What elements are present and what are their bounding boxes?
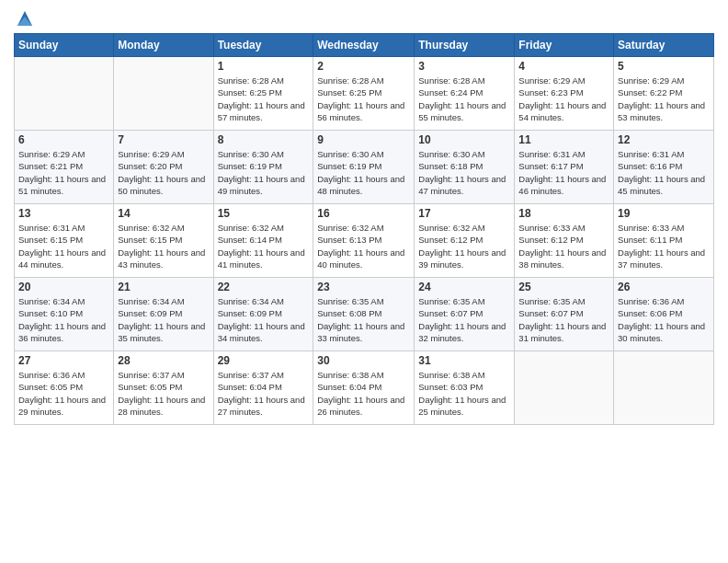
day-number: 20 [18, 281, 109, 293]
calendar-cell: 15Sunrise: 6:32 AMSunset: 6:14 PMDayligh… [213, 204, 313, 278]
calendar-header-friday: Friday [515, 34, 614, 57]
day-number: 30 [317, 354, 410, 367]
calendar-cell: 19Sunrise: 6:33 AMSunset: 6:11 PMDayligh… [614, 204, 714, 278]
calendar-week-4: 20Sunrise: 6:34 AMSunset: 6:10 PMDayligh… [15, 278, 714, 351]
day-info: Sunrise: 6:28 AMSunset: 6:24 PMDaylight:… [418, 75, 510, 123]
calendar-cell: 5Sunrise: 6:29 AMSunset: 6:22 PMDaylight… [614, 57, 714, 131]
day-info: Sunrise: 6:35 AMSunset: 6:08 PMDaylight:… [317, 295, 410, 344]
day-number: 14 [118, 207, 209, 220]
day-info: Sunrise: 6:28 AMSunset: 6:25 PMDaylight:… [317, 75, 410, 123]
day-info: Sunrise: 6:35 AMSunset: 6:07 PMDaylight:… [418, 295, 510, 344]
calendar-cell: 21Sunrise: 6:34 AMSunset: 6:09 PMDayligh… [114, 278, 213, 351]
calendar-header-sunday: Sunday [15, 34, 114, 57]
calendar-cell: 26Sunrise: 6:36 AMSunset: 6:06 PMDayligh… [614, 278, 714, 351]
day-number: 18 [518, 207, 609, 220]
calendar-week-2: 6Sunrise: 6:29 AMSunset: 6:21 PMDaylight… [15, 131, 714, 204]
calendar-cell: 28Sunrise: 6:37 AMSunset: 6:05 PMDayligh… [114, 351, 213, 425]
day-info: Sunrise: 6:35 AMSunset: 6:07 PMDaylight:… [518, 295, 609, 344]
logo [14, 9, 34, 28]
day-info: Sunrise: 6:31 AMSunset: 6:17 PMDaylight:… [518, 148, 609, 197]
calendar-cell: 1Sunrise: 6:28 AMSunset: 6:25 PMDaylight… [213, 57, 313, 131]
day-info: Sunrise: 6:31 AMSunset: 6:16 PMDaylight:… [618, 148, 710, 197]
calendar-cell: 2Sunrise: 6:28 AMSunset: 6:25 PMDaylight… [313, 57, 415, 131]
calendar-cell [515, 351, 614, 425]
calendar-cell: 27Sunrise: 6:36 AMSunset: 6:05 PMDayligh… [15, 351, 114, 425]
header [14, 9, 714, 28]
calendar-cell: 16Sunrise: 6:32 AMSunset: 6:13 PMDayligh… [313, 204, 415, 278]
page: SundayMondayTuesdayWednesdayThursdayFrid… [0, 0, 728, 563]
day-info: Sunrise: 6:37 AMSunset: 6:05 PMDaylight:… [118, 369, 209, 418]
day-info: Sunrise: 6:32 AMSunset: 6:14 PMDaylight:… [218, 222, 310, 270]
day-number: 17 [418, 207, 510, 220]
day-number: 15 [218, 207, 310, 220]
calendar-cell: 25Sunrise: 6:35 AMSunset: 6:07 PMDayligh… [515, 278, 614, 351]
calendar-cell: 6Sunrise: 6:29 AMSunset: 6:21 PMDaylight… [15, 131, 114, 204]
calendar-cell: 12Sunrise: 6:31 AMSunset: 6:16 PMDayligh… [614, 131, 714, 204]
day-number: 27 [18, 354, 109, 367]
day-info: Sunrise: 6:30 AMSunset: 6:19 PMDaylight:… [218, 148, 310, 197]
day-number: 24 [418, 281, 510, 293]
calendar-cell: 7Sunrise: 6:29 AMSunset: 6:20 PMDaylight… [114, 131, 213, 204]
day-number: 3 [418, 60, 510, 73]
day-number: 1 [218, 60, 310, 73]
day-info: Sunrise: 6:31 AMSunset: 6:15 PMDaylight:… [18, 222, 109, 270]
calendar-header-saturday: Saturday [614, 34, 714, 57]
calendar-header-monday: Monday [114, 34, 213, 57]
calendar-cell: 29Sunrise: 6:37 AMSunset: 6:04 PMDayligh… [213, 351, 313, 425]
svg-marker-1 [17, 17, 32, 26]
day-number: 4 [518, 60, 609, 73]
calendar-cell: 11Sunrise: 6:31 AMSunset: 6:17 PMDayligh… [515, 131, 614, 204]
calendar-cell: 18Sunrise: 6:33 AMSunset: 6:12 PMDayligh… [515, 204, 614, 278]
day-number: 12 [618, 133, 710, 146]
day-info: Sunrise: 6:29 AMSunset: 6:21 PMDaylight:… [18, 148, 109, 197]
day-number: 26 [618, 281, 710, 293]
day-number: 6 [18, 133, 109, 146]
day-info: Sunrise: 6:33 AMSunset: 6:12 PMDaylight:… [518, 222, 609, 270]
day-number: 9 [317, 133, 410, 146]
calendar-cell [15, 57, 114, 131]
day-info: Sunrise: 6:34 AMSunset: 6:09 PMDaylight:… [218, 295, 310, 344]
day-info: Sunrise: 6:37 AMSunset: 6:04 PMDaylight:… [218, 369, 310, 418]
calendar-cell: 24Sunrise: 6:35 AMSunset: 6:07 PMDayligh… [415, 278, 515, 351]
day-info: Sunrise: 6:33 AMSunset: 6:11 PMDaylight:… [618, 222, 710, 270]
day-number: 5 [618, 60, 710, 73]
day-number: 16 [317, 207, 410, 220]
calendar-cell: 10Sunrise: 6:30 AMSunset: 6:18 PMDayligh… [415, 131, 515, 204]
day-info: Sunrise: 6:38 AMSunset: 6:03 PMDaylight:… [418, 369, 510, 418]
day-info: Sunrise: 6:29 AMSunset: 6:22 PMDaylight:… [618, 75, 710, 123]
day-info: Sunrise: 6:29 AMSunset: 6:23 PMDaylight:… [518, 75, 609, 123]
calendar-cell: 8Sunrise: 6:30 AMSunset: 6:19 PMDaylight… [213, 131, 313, 204]
day-info: Sunrise: 6:28 AMSunset: 6:25 PMDaylight:… [218, 75, 310, 123]
day-number: 29 [218, 354, 310, 367]
day-number: 10 [418, 133, 510, 146]
day-info: Sunrise: 6:32 AMSunset: 6:15 PMDaylight:… [118, 222, 209, 270]
day-number: 7 [118, 133, 209, 146]
calendar-cell: 3Sunrise: 6:28 AMSunset: 6:24 PMDaylight… [415, 57, 515, 131]
calendar-cell: 17Sunrise: 6:32 AMSunset: 6:12 PMDayligh… [415, 204, 515, 278]
calendar-header-wednesday: Wednesday [313, 34, 415, 57]
calendar-week-1: 1Sunrise: 6:28 AMSunset: 6:25 PMDaylight… [15, 57, 714, 131]
day-info: Sunrise: 6:32 AMSunset: 6:13 PMDaylight:… [317, 222, 410, 270]
day-number: 28 [118, 354, 209, 367]
calendar-cell: 9Sunrise: 6:30 AMSunset: 6:19 PMDaylight… [313, 131, 415, 204]
calendar-cell: 30Sunrise: 6:38 AMSunset: 6:04 PMDayligh… [313, 351, 415, 425]
day-info: Sunrise: 6:36 AMSunset: 6:05 PMDaylight:… [18, 369, 109, 418]
calendar-week-3: 13Sunrise: 6:31 AMSunset: 6:15 PMDayligh… [15, 204, 714, 278]
calendar-cell: 20Sunrise: 6:34 AMSunset: 6:10 PMDayligh… [15, 278, 114, 351]
day-info: Sunrise: 6:32 AMSunset: 6:12 PMDaylight:… [418, 222, 510, 270]
calendar-header-tuesday: Tuesday [213, 34, 313, 57]
calendar-week-5: 27Sunrise: 6:36 AMSunset: 6:05 PMDayligh… [15, 351, 714, 425]
day-number: 31 [418, 354, 510, 367]
calendar-header-thursday: Thursday [415, 34, 515, 57]
calendar-cell [114, 57, 213, 131]
day-number: 2 [317, 60, 410, 73]
calendar-cell: 22Sunrise: 6:34 AMSunset: 6:09 PMDayligh… [213, 278, 313, 351]
day-number: 25 [518, 281, 609, 293]
calendar-cell: 23Sunrise: 6:35 AMSunset: 6:08 PMDayligh… [313, 278, 415, 351]
day-number: 19 [618, 207, 710, 220]
day-info: Sunrise: 6:34 AMSunset: 6:10 PMDaylight:… [18, 295, 109, 344]
calendar-cell: 13Sunrise: 6:31 AMSunset: 6:15 PMDayligh… [15, 204, 114, 278]
day-info: Sunrise: 6:36 AMSunset: 6:06 PMDaylight:… [618, 295, 710, 344]
day-info: Sunrise: 6:30 AMSunset: 6:18 PMDaylight:… [418, 148, 510, 197]
day-number: 8 [218, 133, 310, 146]
